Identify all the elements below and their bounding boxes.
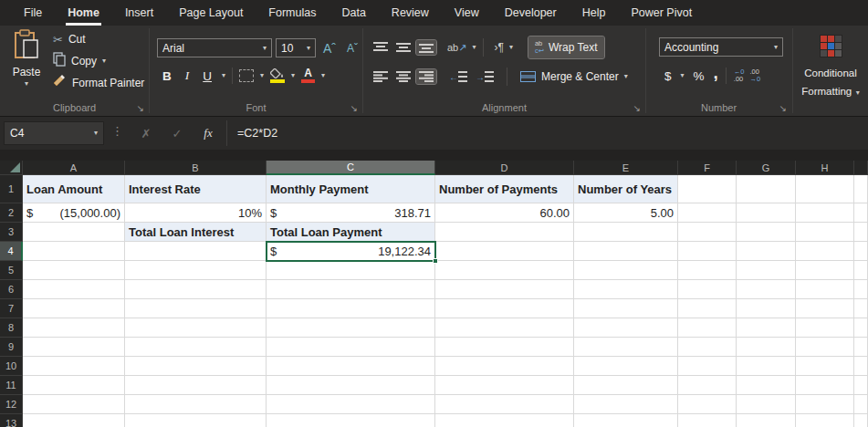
cell-c10[interactable] bbox=[267, 357, 435, 376]
cell-d7[interactable] bbox=[435, 299, 574, 318]
cell-h10[interactable] bbox=[796, 357, 854, 376]
font-color-button[interactable]: A bbox=[301, 68, 315, 83]
borders-caret[interactable]: ▾ bbox=[260, 72, 264, 79]
fill-color-button[interactable] bbox=[270, 68, 285, 83]
align-right-button[interactable] bbox=[416, 69, 436, 84]
tab-data[interactable]: Data bbox=[329, 0, 378, 26]
cell-partial[interactable] bbox=[854, 280, 868, 299]
row-header-3[interactable]: 3 bbox=[0, 223, 23, 242]
reading-order-caret[interactable]: ▾ bbox=[509, 44, 513, 51]
cut-button[interactable]: ✂ Cut bbox=[53, 31, 144, 47]
cell-d13[interactable] bbox=[435, 414, 574, 427]
cell-d6[interactable] bbox=[435, 280, 574, 299]
underline-caret[interactable]: ▾ bbox=[222, 72, 225, 79]
align-middle-button[interactable] bbox=[393, 40, 413, 55]
cell-c4[interactable]: $19,122.34 bbox=[267, 242, 435, 261]
cell-a7[interactable] bbox=[23, 299, 125, 318]
cell-partial[interactable] bbox=[854, 338, 868, 357]
cell-e7[interactable] bbox=[574, 299, 678, 318]
name-box[interactable]: C4 ▾ bbox=[4, 121, 104, 145]
cell-b12[interactable] bbox=[125, 395, 267, 414]
cell-d5[interactable] bbox=[435, 261, 574, 280]
cell-e9[interactable] bbox=[574, 338, 678, 357]
cell-g2[interactable] bbox=[737, 203, 796, 223]
column-header-G[interactable]: G bbox=[737, 161, 796, 175]
tab-insert[interactable]: Insert bbox=[112, 0, 166, 26]
accounting-format-button[interactable]: $ bbox=[661, 69, 675, 83]
cell-h9[interactable] bbox=[796, 338, 854, 357]
tab-home[interactable]: Home bbox=[55, 0, 112, 26]
cell-c8[interactable] bbox=[267, 318, 435, 338]
cell-e8[interactable] bbox=[574, 318, 678, 338]
align-bottom-button[interactable] bbox=[416, 40, 436, 55]
tab-page-layout[interactable]: Page Layout bbox=[166, 0, 256, 26]
row-header-9[interactable]: 9 bbox=[0, 338, 23, 357]
cell-b10[interactable] bbox=[125, 357, 267, 376]
cell-a9[interactable] bbox=[23, 338, 125, 357]
paste-button[interactable]: Paste ▾ bbox=[5, 29, 47, 109]
cell-f7[interactable] bbox=[678, 299, 737, 318]
cell-c7[interactable] bbox=[267, 299, 435, 318]
row-header-7[interactable]: 7 bbox=[0, 299, 23, 318]
cell-b13[interactable] bbox=[125, 414, 267, 427]
cell-g3[interactable] bbox=[737, 223, 796, 242]
cell-b7[interactable] bbox=[125, 299, 267, 318]
row-header-6[interactable]: 6 bbox=[0, 280, 23, 299]
cell-partial[interactable] bbox=[854, 223, 868, 242]
cell-b6[interactable] bbox=[125, 280, 267, 299]
cell-e13[interactable] bbox=[574, 414, 678, 427]
cell-g9[interactable] bbox=[737, 338, 796, 357]
cell-b2[interactable]: 10% bbox=[125, 203, 267, 223]
number-format-combo[interactable]: Accounting ▾ bbox=[659, 37, 783, 57]
cell-c6[interactable] bbox=[267, 280, 435, 299]
cell-f6[interactable] bbox=[678, 280, 737, 299]
tab-power-pivot[interactable]: Power Pivot bbox=[618, 0, 705, 26]
align-top-button[interactable] bbox=[371, 40, 391, 55]
fill-color-caret[interactable]: ▾ bbox=[291, 72, 295, 79]
cell-c3[interactable]: Total Loan Payment bbox=[267, 223, 435, 242]
cell-g7[interactable] bbox=[737, 299, 796, 318]
column-header-E[interactable]: E bbox=[574, 161, 678, 175]
conditional-formatting-button[interactable]: Conditional Formatting ▾ bbox=[793, 35, 868, 99]
cell-f8[interactable] bbox=[678, 318, 737, 338]
column-header-C[interactable]: C bbox=[267, 161, 435, 175]
cell-c13[interactable] bbox=[267, 414, 435, 427]
increase-indent-button[interactable]: → bbox=[473, 69, 497, 84]
alignment-dialog-launcher-icon[interactable]: ↘ bbox=[633, 103, 641, 113]
borders-icon[interactable] bbox=[239, 69, 254, 82]
cell-partial[interactable] bbox=[854, 395, 868, 414]
column-header-H[interactable]: H bbox=[796, 161, 854, 175]
cell-f4[interactable] bbox=[678, 242, 737, 261]
paste-dropdown-caret[interactable]: ▾ bbox=[25, 80, 28, 88]
font-dialog-launcher-icon[interactable]: ↘ bbox=[350, 103, 358, 113]
clipboard-dialog-launcher-icon[interactable]: ↘ bbox=[137, 103, 144, 113]
cell-g4[interactable] bbox=[737, 242, 796, 261]
cell-h7[interactable] bbox=[796, 299, 854, 318]
cell-c5[interactable] bbox=[267, 261, 435, 280]
font-size-combo[interactable]: 10 ▾ bbox=[276, 38, 316, 57]
cell-c12[interactable] bbox=[267, 395, 435, 414]
bold-button[interactable]: B bbox=[159, 69, 175, 83]
cell-b8[interactable] bbox=[125, 318, 267, 338]
cell-e1[interactable]: Number of Years bbox=[574, 175, 678, 203]
decrease-decimal-button[interactable]: .00→0 bbox=[750, 68, 761, 84]
cell-b1[interactable]: Interest Rate bbox=[125, 175, 267, 203]
enter-button[interactable]: ✓ bbox=[166, 123, 188, 143]
reading-order-button[interactable]: ›¶ bbox=[491, 39, 506, 56]
cancel-button[interactable]: ✗ bbox=[135, 123, 157, 143]
row-header-4[interactable]: 4 bbox=[0, 242, 23, 261]
cell-partial[interactable] bbox=[854, 357, 868, 376]
cell-partial[interactable] bbox=[854, 299, 868, 318]
cell-d10[interactable] bbox=[435, 357, 574, 376]
cell-a12[interactable] bbox=[23, 395, 125, 414]
row-header-12[interactable]: 12 bbox=[0, 395, 23, 414]
cell-d11[interactable] bbox=[435, 376, 574, 395]
cell-d3[interactable] bbox=[435, 223, 574, 242]
wrap-text-button[interactable]: abc↩ Wrap Text bbox=[528, 36, 604, 58]
cell-f12[interactable] bbox=[678, 395, 737, 414]
cell-h11[interactable] bbox=[796, 376, 854, 395]
cell-g10[interactable] bbox=[737, 357, 796, 376]
format-painter-button[interactable]: Format Painter bbox=[53, 75, 144, 91]
italic-button[interactable]: I bbox=[182, 68, 193, 83]
cell-d9[interactable] bbox=[435, 338, 574, 357]
